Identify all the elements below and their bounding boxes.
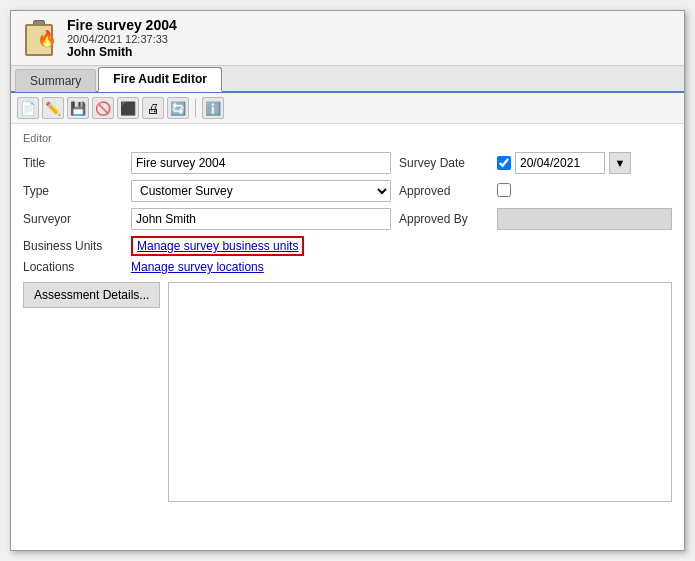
tab-summary[interactable]: Summary — [15, 69, 96, 92]
stop-button[interactable]: ⬛ — [117, 97, 139, 119]
editor-content: Editor Title Survey Date ▼ Type Customer… — [11, 124, 684, 550]
refresh-button[interactable]: 🔄 — [167, 97, 189, 119]
title-label: Title — [23, 156, 123, 170]
bottom-section: Assessment Details... — [23, 282, 672, 502]
locations-label: Locations — [23, 260, 123, 274]
cancel-button[interactable]: 🚫 — [92, 97, 114, 119]
survey-date-input[interactable] — [515, 152, 605, 174]
survey-date-field: ▼ — [497, 152, 672, 174]
window-datetime: 20/04/2021 12:37:33 — [67, 33, 177, 45]
title-input[interactable] — [131, 152, 391, 174]
main-window: 🔥 Fire survey 2004 20/04/2021 12:37:33 J… — [10, 10, 685, 551]
manage-locations-link[interactable]: Manage survey locations — [131, 260, 264, 274]
assessment-details-button[interactable]: Assessment Details... — [23, 282, 160, 308]
info-button[interactable]: ℹ️ — [202, 97, 224, 119]
tab-fire-audit-editor[interactable]: Fire Audit Editor — [98, 67, 222, 92]
window-title: Fire survey 2004 — [67, 17, 177, 33]
refresh-icon: 🔄 — [170, 101, 186, 116]
manage-business-units-link[interactable]: Manage survey business units — [131, 236, 304, 256]
toolbar: 📄 ✏️ 💾 🚫 ⬛ 🖨 🔄 ℹ️ — [11, 93, 684, 124]
approved-label: Approved — [399, 184, 489, 198]
edit-icon: ✏️ — [45, 101, 61, 116]
approved-by-label: Approved By — [399, 212, 489, 226]
survey-date-checkbox[interactable] — [497, 156, 511, 170]
print-button[interactable]: 🖨 — [142, 97, 164, 119]
calendar-button[interactable]: ▼ — [609, 152, 631, 174]
title-text: Fire survey 2004 20/04/2021 12:37:33 Joh… — [67, 17, 177, 59]
surveyor-label: Surveyor — [23, 212, 123, 226]
type-label: Type — [23, 184, 123, 198]
survey-date-label: Survey Date — [399, 156, 489, 170]
stop-icon: ⬛ — [120, 101, 136, 116]
surveyor-input[interactable] — [131, 208, 391, 230]
title-bar: 🔥 Fire survey 2004 20/04/2021 12:37:33 J… — [11, 11, 684, 66]
notes-area[interactable] — [168, 282, 672, 502]
approved-checkbox-container — [497, 183, 672, 200]
edit-button[interactable]: ✏️ — [42, 97, 64, 119]
toolbar-separator — [195, 99, 196, 117]
info-icon: ℹ️ — [205, 101, 221, 116]
cancel-icon: 🚫 — [95, 101, 111, 116]
approved-by-input[interactable] — [497, 208, 672, 230]
save-icon: 💾 — [70, 101, 86, 116]
print-icon: 🖨 — [147, 101, 160, 116]
app-icon: 🔥 — [21, 20, 57, 56]
window-user: John Smith — [67, 45, 177, 59]
type-select[interactable]: Customer Survey Internal Survey External… — [131, 180, 391, 202]
editor-section-label: Editor — [23, 132, 672, 144]
flame-icon: 🔥 — [37, 29, 57, 48]
tabs-bar: Summary Fire Audit Editor — [11, 66, 684, 93]
approved-checkbox[interactable] — [497, 183, 511, 197]
new-icon: 📄 — [20, 101, 36, 116]
save-button[interactable]: 💾 — [67, 97, 89, 119]
business-units-container: Manage survey business units — [131, 236, 672, 256]
new-button[interactable]: 📄 — [17, 97, 39, 119]
business-units-label: Business Units — [23, 239, 123, 253]
